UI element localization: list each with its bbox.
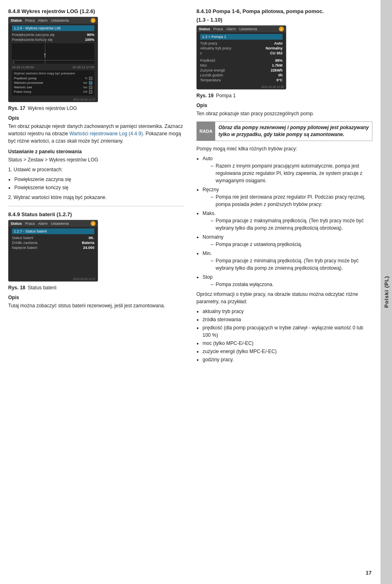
- pump-value-9: 0°C: [276, 78, 283, 82]
- pump-row-3: z CU 352: [200, 51, 283, 55]
- mode-min-desc: Pompa pracuje z minimalną prędkością. (T…: [211, 257, 372, 272]
- pump-tab-alarm[interactable]: Alarm: [226, 27, 236, 31]
- mode-auto-desc-list: Razem z innymi pompami pracującymi autom…: [211, 162, 372, 184]
- checkbox-3[interactable]: [89, 86, 92, 89]
- tab-praca[interactable]: Praca: [25, 18, 35, 22]
- battery-value-2: Bateria: [82, 241, 94, 245]
- mode-normalny-name: Normalny: [203, 234, 223, 240]
- rada-label: RADA: [197, 122, 215, 141]
- cb-unit-1: %: [85, 77, 87, 80]
- battery-label-3: Napięcie baterii: [12, 246, 37, 250]
- mode-reczny-desc-list: Pompa nie jest sterowana przez regulator…: [211, 193, 372, 208]
- screen-battery-title: 1.2.7 - Status baterii: [12, 228, 94, 234]
- pump-label-7: Zużycie energii: [200, 68, 225, 72]
- timestamp-left: 10-26 11:05:03: [12, 65, 34, 69]
- opis-pump-heading: Opis: [196, 103, 372, 108]
- mode-stop-desc-list: Pompa została wyłączona.: [211, 281, 372, 288]
- tab-alarm[interactable]: Alarm: [38, 18, 48, 22]
- tab-ustawienia[interactable]: Ustawienia: [51, 18, 69, 22]
- mode-min-name: Min.: [203, 251, 212, 256]
- opis-battery-text: Tutaj można zobaczyć ststus baterii reze…: [8, 302, 184, 309]
- additional-item-1: aktualny tryb pracy: [203, 308, 372, 315]
- ustawianie-path: Status > Zestaw > Wykres rejestrów LOG: [8, 156, 184, 163]
- log-row1-value: 90%: [87, 33, 94, 37]
- screen-log-header: Status Praca Alarm Ustawienia i: [9, 17, 98, 24]
- screen-pump-header: Status Praca Alarm Ustawienia i: [197, 26, 286, 32]
- pump-label-9: Temperatura: [200, 78, 221, 82]
- rada-text: Obraz dla pompy rezerwowej i pompy pilot…: [218, 122, 372, 141]
- section-battery: 8.4.9 Status baterii (1.2.7) Status Prac…: [8, 211, 184, 309]
- opis-log-text: Ten obraz pokazuje rejestr danych zachow…: [8, 123, 184, 145]
- battery-tab-alarm[interactable]: Alarm: [38, 222, 48, 226]
- fig19-text: Pompa 1: [216, 93, 236, 98]
- pump-value-7: 22kWh: [271, 68, 283, 72]
- checkbox-row-3: Wartość zad bar: [14, 85, 92, 89]
- ustawianie-heading: Ustawianie z panelu sterowania: [8, 149, 184, 154]
- mode-normalny-desc-list: Pompa pracuje z ustawioną prędkością.: [211, 241, 372, 248]
- tab-status[interactable]: Status: [11, 18, 22, 22]
- pump-row-9: Temperatura 0°C: [200, 78, 283, 82]
- pump-tab-ustawienia[interactable]: Ustawienia: [239, 27, 257, 31]
- pompy-intro: Pompy mogą mieć kilka różnych trybów pra…: [196, 145, 372, 152]
- section-log-heading: 8.4.8 Wykres rejestrów LOG (1.2.6): [8, 8, 184, 14]
- fig17-label: Rys. 17: [8, 105, 25, 111]
- opis-link[interactable]: Wartości rejestrowane Log (4.4.9): [69, 131, 143, 136]
- section-pump-subheading: (1.3 - 1.10): [196, 17, 372, 23]
- screen-battery-footer: 2012-10-26 11:17: [9, 277, 98, 281]
- battery-tab-status[interactable]: Status: [11, 222, 22, 226]
- pump-label-2: Aktualny tryb pracy: [200, 46, 232, 50]
- cb-right-1: %: [85, 77, 92, 80]
- section-pump: 8.4.10 Pompa 1-6, Pompa pilotowa, pompa …: [196, 8, 372, 363]
- battery-label-1: Status baterii: [12, 236, 33, 240]
- left-column: 8.4.8 Wykres rejestrów LOG (1.2.6) Statu…: [8, 8, 184, 366]
- battery-value-1: 0K.: [89, 236, 94, 240]
- additional-item-2: źródła sterowania: [203, 316, 372, 323]
- pump-info-icon: i: [279, 27, 284, 31]
- mode-stop-name: Stop: [203, 274, 213, 280]
- additional-item-3: prędkość (dla pomp pracujących w trybie …: [203, 324, 372, 339]
- battery-row-3: Napięcie baterii 24.000: [12, 246, 94, 250]
- checkbox-1[interactable]: [89, 77, 92, 80]
- cb-right-4: kW: [83, 90, 92, 94]
- mode-auto-name: Auto: [203, 156, 213, 161]
- pump-tab-praca[interactable]: Praca: [214, 27, 223, 31]
- mode-min-desc-list: Pompa pracuje z minimalną prędkością. (T…: [211, 257, 372, 272]
- mode-stop-desc: Pompa została wyłączona.: [211, 281, 372, 288]
- battery-empty-space: [12, 251, 94, 275]
- fig18-caption: Rys. 18 Status baterii: [8, 285, 184, 291]
- mode-reczny: Ręczny Pompa nie jest sterowana przez re…: [203, 186, 372, 208]
- pump-row-7: Zużycie energii 22kWh: [200, 68, 283, 72]
- screen-pump-body: 1.3 > Pompa 1 Tryb pracy Auto Aktualny t…: [197, 32, 286, 85]
- chart-arrow-up: ↑: [43, 51, 47, 59]
- pump-label-1: Tryb pracy: [200, 41, 217, 45]
- section-battery-heading: 8.4.9 Status baterii (1.2.7): [8, 211, 184, 217]
- fig17-caption: Rys. 17 Wykres rejestrów LOG: [8, 105, 184, 111]
- log-chart-area: ↑ 0: [12, 43, 94, 64]
- cb-label-1: Prędkość pomp: [14, 76, 37, 80]
- mode-maks: Maks. Pompa pracuje z maksymalną prędkoś…: [203, 210, 372, 232]
- screen-log-title: 1.2.6 - Wykres rejestrów L06: [12, 25, 94, 31]
- section-log: 8.4.8 Wykres rejestrów LOG (1.2.6) Statu…: [8, 8, 184, 201]
- cb-unit-3: bar: [83, 86, 87, 89]
- battery-row-2: Źródło zasilania Bateria: [12, 241, 94, 245]
- steps-list: Powiększenie zaczyna się Powiększenie ko…: [14, 176, 184, 191]
- section-pump-heading: 8.4.10 Pompa 1-6, Pompa pilotowa, pompa …: [196, 8, 372, 14]
- battery-tab-ustawienia[interactable]: Ustawienia: [51, 222, 69, 226]
- checkbox-4[interactable]: [89, 90, 92, 94]
- checkbox-row-2: Wartości procesowe bar ✓: [14, 81, 92, 85]
- battery-tab-praca[interactable]: Praca: [25, 222, 35, 226]
- log-row2: Powiększenie kończy się 100%: [12, 38, 94, 42]
- checkbox-2[interactable]: ✓: [89, 81, 92, 85]
- checkbox-row-4: Pobór mocy kW: [14, 90, 92, 94]
- log-row1-label: Powiększenie zaczyna się: [12, 33, 55, 37]
- timestamp-right: 10-26 11:17:03: [72, 65, 94, 69]
- battery-value-3: 24.000: [83, 246, 94, 250]
- opis-pump-text: Ten obraz pokazuje stan pracy poszczegól…: [196, 110, 372, 117]
- cb-unit-2: bar: [83, 81, 87, 84]
- chart-baseline: [12, 60, 94, 60]
- log-row2-value: 100%: [85, 38, 94, 42]
- pump-label-8: Licznik godzin: [200, 73, 223, 77]
- pump-value-8: 0h: [278, 73, 283, 77]
- step-1a: Powiększenie zaczyna się: [14, 176, 184, 183]
- pump-tab-status[interactable]: Status: [199, 27, 210, 31]
